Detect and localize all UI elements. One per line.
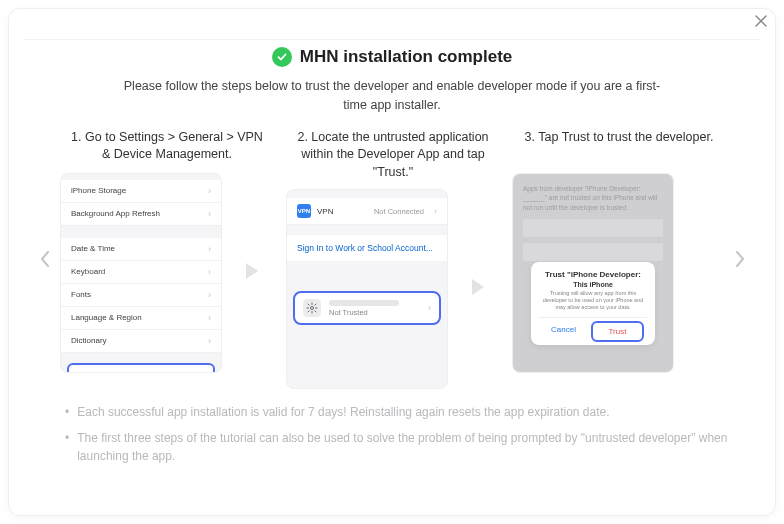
carousel-prev-button[interactable] [35, 245, 54, 273]
svg-point-0 [311, 307, 314, 310]
gear-icon [303, 299, 321, 317]
step-arrow-icon [240, 259, 264, 287]
step-2: 2. Locate the untrusted application with… [286, 129, 498, 390]
success-check-icon [272, 47, 292, 67]
divider [23, 39, 761, 40]
bullet-icon: • [65, 429, 69, 465]
carousel-next-button[interactable] [730, 245, 749, 273]
alert-trust-button: Trust [591, 321, 644, 342]
note-1: Each successful app installation is vali… [77, 403, 609, 421]
bullet-icon: • [65, 403, 69, 421]
vpn-device-management-row: VPN & Device Management› [67, 363, 215, 373]
step-1-screenshot: iPhone Storage› Background App Refresh› … [60, 173, 222, 373]
step-2-screenshot: VPN VPN Not Connected › Sign In to Work … [286, 189, 448, 389]
developer-app-row: Not Trusted › [293, 291, 441, 325]
trust-alert-dialog: Trust "iPhone Developer: This iPhone Tru… [531, 262, 655, 345]
step-3-title: 3. Tap Trust to trust the developer. [512, 129, 724, 173]
alert-cancel-button: Cancel [539, 318, 588, 345]
blurred-developer-name [329, 300, 399, 306]
notes-section: • Each successful app installation is va… [35, 403, 749, 465]
chevron-right-icon [734, 250, 746, 268]
step-3: 3. Tap Trust to trust the developer. App… [512, 129, 724, 373]
step-arrow-icon [466, 275, 490, 303]
note-2: The first three steps of the tutorial ca… [77, 429, 729, 465]
step-2-title: 2. Locate the untrusted application with… [286, 129, 498, 190]
step-1-title: 1. Go to Settings > General > VPN & Devi… [60, 129, 272, 173]
installation-complete-modal: MHN installation complete Please follow … [8, 8, 776, 516]
signin-row: Sign In to Work or School Account... [287, 235, 447, 261]
steps-row: 1. Go to Settings > General > VPN & Devi… [60, 129, 724, 390]
step-3-screenshot: Apps from developer "iPhone Developer: _… [512, 173, 674, 373]
vpn-badge-icon: VPN [297, 204, 311, 218]
close-icon [754, 14, 768, 28]
modal-title: MHN installation complete [300, 47, 513, 67]
modal-subtitle: Please follow the steps below to trust t… [112, 77, 672, 115]
step-1: 1. Go to Settings > General > VPN & Devi… [60, 129, 272, 373]
close-button[interactable] [751, 11, 771, 31]
chevron-left-icon [39, 250, 51, 268]
